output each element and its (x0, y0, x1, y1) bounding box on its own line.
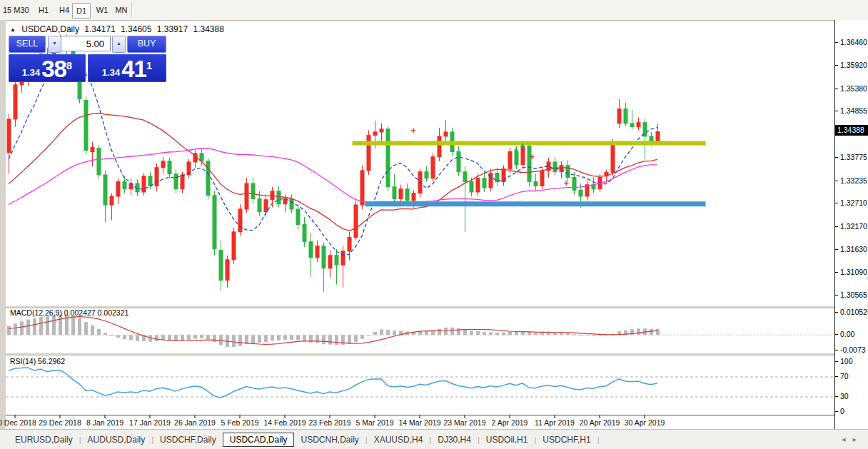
candle (290, 199, 293, 209)
timeframe-button-h1[interactable]: H1 (36, 3, 51, 17)
candle (348, 238, 351, 251)
candle (91, 148, 94, 152)
buy-price-box[interactable]: 1.34 41 1 (88, 54, 166, 82)
tab-usdcad-daily[interactable]: USDCAD,Daily (223, 433, 295, 447)
chart-tabs-bar: EURUSD,Daily| AUDUSD,Daily| USDCHF,Daily… (0, 429, 868, 449)
candle (637, 123, 640, 127)
candle (572, 178, 576, 191)
ohlc-close: 1.34388 (193, 24, 224, 34)
chart-header: ▲ USDCAD,Daily 1.34171 1.34605 1.33917 1… (10, 24, 227, 34)
candle (296, 209, 300, 225)
candle (515, 152, 518, 165)
collapse-panel-icon[interactable]: ▲ (10, 26, 16, 33)
timeframe-toolbar: 15 M30 H1 H4 D1 W1 MN (0, 0, 868, 21)
candle (386, 129, 390, 187)
time-axis-label: 11 Apr 2019 (535, 418, 575, 427)
time-axis-label: 2 Apr 2019 (492, 418, 528, 427)
price-axis-tick (835, 157, 838, 158)
timeframe-button-mn[interactable]: MN (113, 3, 130, 17)
candle (579, 191, 582, 196)
time-axis-label: 5 Mar 2019 (355, 418, 393, 427)
mt4-terminal-window: 15 M30 H1 H4 D1 W1 MN ▲ USDCAD,Daily 1.3… (0, 0, 868, 449)
macd-axis-label: 0.010525 (840, 308, 868, 316)
candle (219, 251, 223, 281)
candle (148, 176, 152, 186)
candle (245, 183, 248, 209)
volume-increase-button[interactable]: ▲ (112, 36, 126, 53)
candle (238, 209, 242, 232)
price-axis-tick (835, 272, 838, 273)
tab-separator: | (597, 435, 600, 444)
tab-usdoil-h1[interactable]: USDOil,H1 (480, 433, 535, 447)
tab-xauusd-h4[interactable]: XAUUSD,H4 (368, 433, 430, 447)
tab-dj30-h4[interactable]: DJ30,H4 (431, 433, 478, 447)
timeframe-button-m30[interactable]: M30 (11, 3, 31, 17)
chart-canvas[interactable]: +++ (6, 22, 834, 430)
buy-button[interactable]: BUY (127, 36, 166, 53)
candle (258, 199, 261, 212)
one-click-trading-panel: SELL ▼ ▲ BUY 1.34 38 8 1.34 41 1 (9, 36, 171, 80)
candle (457, 152, 460, 172)
candle (174, 174, 178, 189)
timeframe-button-w1[interactable]: W1 (94, 3, 111, 17)
candle (232, 232, 236, 260)
candle (463, 172, 467, 182)
rsi-indicator-label: RSI(14) 56.2962 (10, 357, 65, 365)
macd-axis-tick (835, 350, 838, 350)
candle (168, 161, 171, 174)
candle (264, 200, 268, 212)
rsi-line (9, 368, 657, 398)
volume-decrease-button[interactable]: ▼ (48, 36, 61, 53)
time-axis: 20 Dec 201829 Dec 20188 Jan 201917 Jan 2… (6, 418, 834, 430)
timeframe-button-h4[interactable]: H4 (56, 3, 72, 17)
candle (123, 182, 126, 189)
macd-panel-separator[interactable] (6, 306, 834, 308)
time-axis-border (6, 415, 834, 415)
macd-axis-label: 0.00 (840, 330, 854, 338)
candle (14, 85, 17, 119)
candle (560, 166, 563, 172)
tab-audusd-daily[interactable]: AUDUSD,Daily (81, 433, 152, 447)
tab-usdcnh-daily[interactable]: USDCNH,Daily (294, 433, 365, 447)
sell-price-prefix: 1.34 (22, 65, 40, 81)
rsi-pane (6, 368, 834, 398)
price-axis-label: 1.32710 (840, 198, 867, 207)
price-axis-tick (835, 295, 838, 296)
chart-window: ▲ USDCAD,Daily 1.34171 1.34605 1.33917 1… (6, 20, 834, 430)
tab-usdchf-daily[interactable]: USDCHF,Daily (153, 433, 223, 447)
sell-price-box[interactable]: 1.34 38 8 (9, 54, 86, 82)
timeframe-button-d1[interactable]: D1 (72, 3, 91, 19)
rsi-axis-label: 30 (840, 392, 849, 400)
volume-input[interactable] (61, 36, 111, 51)
tab-usdchf-h1[interactable]: USDCHF,H1 (536, 433, 597, 447)
rsi-axis-label: 70 (840, 372, 849, 380)
candle (251, 183, 255, 199)
price-axis-tick (835, 42, 838, 43)
candle (104, 175, 107, 205)
candle (412, 193, 415, 201)
candle (360, 171, 364, 205)
price-axis-tick (835, 89, 838, 89)
rsi-axis-label: 0 (840, 407, 844, 415)
candle (399, 189, 403, 199)
candle (341, 251, 345, 265)
price-axis-label: 1.33235 (840, 176, 867, 185)
macd-axis-tick (835, 312, 838, 313)
tab-eurusd-daily[interactable]: EURUSD,Daily (9, 433, 79, 447)
sell-button[interactable]: SELL (9, 36, 46, 53)
candle (521, 146, 525, 165)
candle (7, 119, 11, 153)
price-axis-label: 1.30565 (840, 291, 867, 299)
candle (624, 109, 627, 123)
candle (470, 182, 473, 192)
rsi-panel-separator[interactable] (6, 353, 834, 355)
tab-scroll-right-icon[interactable]: ▸ (852, 435, 864, 443)
price-axis[interactable]: 1.34388 1.364601.359201.353801.348551.33… (834, 20, 868, 429)
rsi-axis-label: 100 (840, 357, 853, 365)
tab-scroll-left-icon[interactable]: ◂ (842, 435, 853, 443)
candle (656, 131, 660, 142)
buy-price-big: 41 (121, 57, 146, 81)
candle (97, 148, 101, 175)
candle (380, 129, 383, 132)
price-axis-tick (835, 249, 838, 250)
